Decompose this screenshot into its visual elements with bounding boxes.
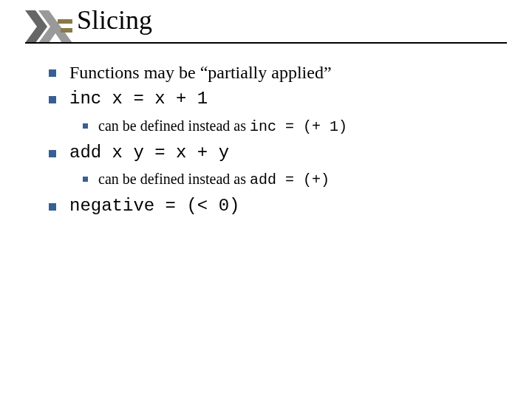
bullet-level2: can be defined instead as add = (+) — [83, 169, 507, 190]
square-bullet-icon — [83, 177, 88, 182]
bullet-text: inc x = x + 1 — [69, 87, 507, 111]
slide-title: Slicing — [77, 6, 152, 35]
slide: Slicing Functions may be “partially appl… — [0, 0, 532, 399]
square-bullet-icon — [49, 150, 56, 157]
bullet-text: can be defined instead as inc = (+ 1) — [98, 116, 507, 137]
haskell-logo-icon — [25, 10, 72, 43]
svg-rect-2 — [58, 19, 72, 24]
bullet-text: negative = (< 0) — [69, 194, 507, 218]
bullet-level1: Functions may be “partially applied” — [49, 61, 507, 84]
sub-bullet-code: inc = (+ 1) — [250, 118, 347, 135]
sub-bullet-prefix: can be defined instead as — [98, 117, 250, 134]
sub-bullet-code: add = (+) — [250, 171, 330, 188]
bullet-text: add x y = x + y — [69, 141, 507, 165]
square-bullet-icon — [49, 203, 56, 211]
square-bullet-icon — [49, 96, 56, 103]
square-bullet-icon — [83, 123, 88, 129]
bullet-level2: can be defined instead as inc = (+ 1) — [83, 116, 507, 137]
bullet-level1: add x y = x + y — [49, 141, 507, 165]
sub-bullet-prefix: can be defined instead as — [98, 171, 250, 187]
bullet-text: can be defined instead as add = (+) — [98, 169, 507, 190]
bullet-level1: inc x = x + 1 — [49, 87, 507, 111]
slide-body: Functions may be “partially applied” inc… — [49, 61, 507, 222]
bullet-level1: negative = (< 0) — [49, 194, 507, 218]
square-bullet-icon — [49, 69, 56, 77]
svg-rect-3 — [61, 28, 72, 33]
bullet-text: Functions may be “partially applied” — [69, 61, 507, 84]
title-underline — [25, 42, 507, 44]
